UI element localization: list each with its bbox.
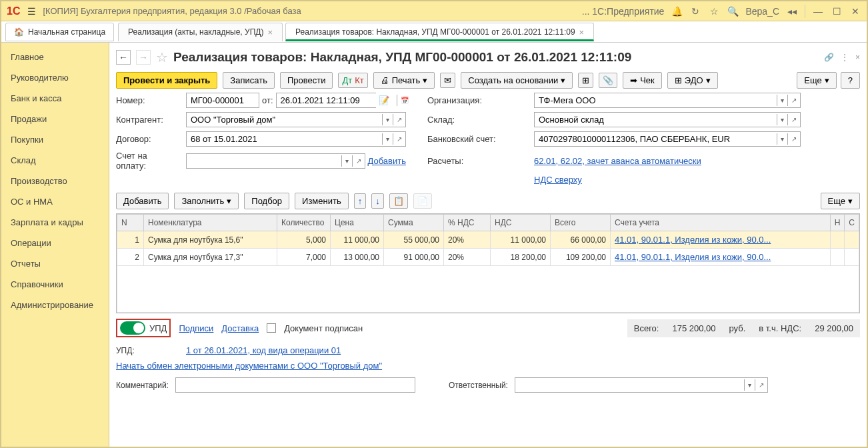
nds-link[interactable]: НДС сверху [534, 175, 801, 185]
link-icon[interactable]: 🔗 [824, 53, 834, 62]
help-button[interactable]: ? [841, 72, 860, 89]
close-icon[interactable]: × [579, 27, 585, 37]
col-nom[interactable]: Номенклатура [144, 215, 277, 231]
more-button[interactable]: Еще ▾ [797, 72, 836, 89]
number-input[interactable] [186, 93, 259, 108]
structure-button[interactable]: ⊞ [578, 73, 593, 88]
close-icon[interactable]: × [267, 27, 273, 37]
save-button[interactable]: Записать [223, 72, 275, 89]
cell-acc-link[interactable]: 41.01, 90.01.1, Изделия из кожи, 90.0... [615, 252, 771, 262]
chevron-down-icon[interactable]: ▾ [382, 114, 393, 125]
move-up-button[interactable]: ↑ [354, 193, 367, 209]
user-name[interactable]: Вера_С [745, 6, 779, 17]
table-more-button[interactable]: Еще ▾ [821, 193, 860, 209]
col-sum[interactable]: Сумма [384, 215, 444, 231]
col-h[interactable]: Н [830, 215, 845, 231]
search-icon[interactable]: 🔍 [727, 5, 739, 17]
col-price[interactable]: Цена [331, 215, 384, 231]
invoice-input[interactable] [187, 154, 341, 168]
org-input[interactable] [535, 93, 777, 107]
bell-icon[interactable]: 🔔 [671, 5, 683, 17]
chevron-down-icon[interactable]: ▾ [744, 379, 755, 391]
tab-document[interactable]: Реализация товаров: Накладная, УПД МГ00-… [285, 23, 594, 41]
star-icon[interactable]: ☆ [708, 5, 720, 17]
post-button[interactable]: Провести [280, 72, 333, 89]
favorite-icon[interactable]: ☆ [156, 49, 168, 65]
sidebar-item-salary[interactable]: Зарплата и кадры [1, 212, 109, 233]
chevron-down-icon[interactable]: ▾ [382, 133, 393, 145]
col-vat[interactable]: НДС [491, 215, 551, 231]
chevron-down-icon[interactable]: ▾ [777, 95, 787, 106]
sidebar-item-manager[interactable]: Руководителю [1, 67, 109, 88]
edo-button[interactable]: ⊞ ЭДО ▾ [667, 72, 718, 89]
sliders-icon[interactable]: ◂◂ [786, 5, 798, 17]
open-icon[interactable]: ↗ [787, 95, 800, 106]
calendar-icon[interactable]: 📅 [397, 95, 412, 106]
menu-icon[interactable]: ☰ [25, 5, 37, 17]
chevron-down-icon[interactable]: ▾ [777, 114, 787, 125]
tab-sales-list[interactable]: Реализация (акты, накладные, УПД) × [118, 23, 283, 41]
open-icon[interactable]: ↗ [352, 155, 365, 167]
more-icon[interactable]: ⋮ [841, 53, 849, 62]
doc-signed-checkbox[interactable] [267, 323, 276, 333]
upd-toggle[interactable] [120, 321, 145, 335]
sidebar-item-main[interactable]: Главное [1, 47, 109, 67]
close-panel-icon[interactable]: × [855, 53, 860, 62]
col-n[interactable]: N [117, 215, 144, 231]
change-button[interactable]: Изменить [295, 193, 349, 209]
history-icon[interactable]: ↻ [689, 5, 701, 17]
open-icon[interactable]: ↗ [755, 379, 767, 391]
col-accounts[interactable]: Счета учета [611, 215, 831, 231]
comment-input[interactable] [175, 377, 415, 393]
table-row[interactable]: 1 Сумка для ноутбука 15,6" 5,000 11 000,… [117, 231, 859, 249]
sidebar-item-prod[interactable]: Производство [1, 171, 109, 191]
status-icon[interactable]: 📝 [379, 95, 389, 105]
bank-input[interactable] [535, 132, 777, 146]
cell-acc-link[interactable]: 41.01, 90.01.1, Изделия из кожи, 90.0... [615, 235, 771, 245]
raschety-link[interactable]: 62.01, 62.02, зачет аванса автоматически [534, 156, 801, 166]
edo-start-link[interactable]: Начать обмен электронными документами с … [116, 361, 382, 371]
col-total[interactable]: Всего [551, 215, 611, 231]
post-close-button[interactable]: Провести и закрыть [116, 72, 217, 89]
copy-button[interactable]: 📋 [389, 193, 408, 209]
cheque-button[interactable]: ➡ Чек [623, 72, 662, 89]
sidebar-item-bank[interactable]: Банк и касса [1, 88, 109, 109]
open-icon[interactable]: ↗ [393, 114, 405, 125]
col-o[interactable]: С [845, 215, 859, 231]
print-button[interactable]: 🖨 Печать ▾ [373, 72, 435, 89]
sidebar-item-assets[interactable]: ОС и НМА [1, 191, 109, 212]
forward-button[interactable]: → [136, 50, 151, 65]
upd-link[interactable]: 1 от 26.01.2021, код вида операции 01 [186, 345, 341, 355]
email-button[interactable]: ✉ [440, 73, 455, 88]
delivery-link[interactable]: Доставка [221, 323, 259, 333]
table-row[interactable]: 2 Сумка для ноутбука 17,3" 7,000 13 000,… [117, 249, 859, 266]
attach-button[interactable]: 📎 [599, 73, 617, 88]
sidebar-item-reports[interactable]: Отчеты [1, 253, 109, 274]
chevron-down-icon[interactable]: ▾ [341, 155, 352, 167]
signatures-link[interactable]: Подписи [179, 323, 213, 333]
open-icon[interactable]: ↗ [787, 133, 800, 145]
dtct-button[interactable]: ДтКт [338, 73, 367, 88]
fill-button[interactable]: Заполнить ▾ [174, 193, 239, 209]
sidebar-item-admin[interactable]: Администрирование [1, 295, 109, 315]
chevron-down-icon[interactable]: ▾ [777, 133, 787, 145]
sidebar-item-purchases[interactable]: Покупки [1, 129, 109, 150]
responsible-input[interactable] [515, 378, 744, 392]
minimize-button[interactable]: — [812, 5, 824, 17]
sidebar-item-stock[interactable]: Склад [1, 150, 109, 171]
contragent-input[interactable] [187, 113, 382, 127]
close-button[interactable]: ✕ [849, 5, 861, 17]
open-icon[interactable]: ↗ [787, 114, 800, 125]
sidebar-item-dicts[interactable]: Справочники [1, 274, 109, 295]
select-button[interactable]: Подбор [244, 193, 289, 209]
add-row-button[interactable]: Добавить [116, 193, 169, 209]
add-invoice-link[interactable]: Добавить [368, 156, 406, 166]
dogovor-input[interactable] [187, 132, 382, 146]
create-basis-button[interactable]: Создать на основании ▾ [461, 72, 573, 89]
sidebar-item-ops[interactable]: Операции [1, 233, 109, 253]
home-tab[interactable]: 🏠 Начальная страница [5, 23, 114, 41]
sklad-input[interactable] [535, 113, 777, 127]
col-vatp[interactable]: % НДС [444, 215, 491, 231]
back-button[interactable]: ← [116, 50, 131, 65]
move-down-button[interactable]: ↓ [371, 193, 384, 209]
